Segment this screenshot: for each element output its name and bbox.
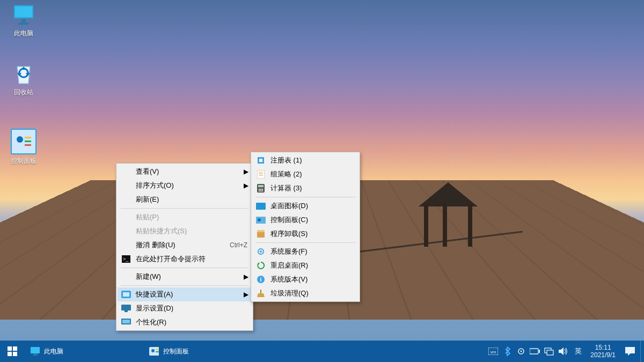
- menu-item-label: 快捷设置(A): [136, 290, 247, 299]
- svg-point-31: [260, 190, 262, 192]
- svg-rect-45: [13, 346, 17, 351]
- submenu-item-services[interactable]: 系统服务(F): [252, 245, 358, 258]
- submenu-item-restart-explorer[interactable]: 重启桌面(R): [252, 258, 358, 272]
- blank-icon: [121, 240, 131, 250]
- submenu-item-calc[interactable]: 计算器 (3): [252, 181, 358, 195]
- settings-icon: [121, 289, 131, 300]
- windows-icon: [8, 346, 17, 356]
- submenu-item-cleanup[interactable]: 垃圾清理(Q): [252, 286, 358, 300]
- tray-vm-icon[interactable]: vm: [486, 341, 500, 362]
- blank-icon: [121, 194, 131, 205]
- submenu-item-regedit[interactable]: 注册表 (1): [252, 153, 358, 167]
- menu-item-shortcut: Ctrl+Z: [230, 241, 247, 249]
- tray-bluetooth-icon[interactable]: [500, 341, 514, 362]
- tray-action-center[interactable]: 2: [620, 341, 640, 362]
- system-tray: vm 英 15:11 2021/9/1 2: [486, 341, 644, 362]
- svg-point-39: [260, 250, 262, 253]
- svg-rect-14: [123, 292, 129, 297]
- taskbar-item-this-pc[interactable]: 此电脑: [25, 341, 69, 362]
- clock-time: 15:11: [595, 344, 611, 351]
- menu-item-display-settings[interactable]: 显示设置(D): [118, 301, 252, 315]
- box-icon: [255, 228, 266, 239]
- desktop-icon-this-pc[interactable]: 此电脑: [3, 3, 44, 38]
- notification-badge: 2: [635, 353, 638, 359]
- menu-item-undo-delete[interactable]: 撤消 删除(U) Ctrl+Z: [118, 238, 252, 252]
- menu-item-personalize[interactable]: 个性化(R): [118, 315, 252, 329]
- menu-item-label: 系统服务(F): [270, 247, 354, 256]
- svg-rect-62: [547, 350, 553, 355]
- svg-rect-49: [34, 353, 37, 354]
- submenu-item-desktop-icons[interactable]: 桌面图标(D): [252, 199, 358, 213]
- tray-ime-indicator[interactable]: 英: [570, 341, 586, 362]
- svg-rect-37: [257, 230, 265, 232]
- desktop-icon-control-panel[interactable]: 控制面板: [3, 129, 44, 166]
- svg-rect-10: [25, 144, 31, 146]
- ime-label: 英: [575, 346, 582, 356]
- registry-icon: [255, 155, 266, 166]
- svg-rect-26: [258, 185, 264, 187]
- menu-item-quick-settings[interactable]: 快捷设置(A) ▶: [118, 287, 252, 301]
- menu-separator: [121, 208, 248, 209]
- svg-text:vm: vm: [491, 350, 496, 354]
- svg-rect-3: [18, 23, 29, 25]
- desktop-icon-recycle-bin[interactable]: 回收站: [3, 62, 44, 97]
- menu-item-label: 粘贴快捷方式(S): [136, 226, 247, 236]
- menu-item-label: 重启桌面(R): [270, 261, 354, 270]
- blank-icon: [121, 166, 131, 177]
- svg-rect-59: [530, 349, 538, 354]
- svg-rect-18: [122, 320, 130, 323]
- tray-network-icon[interactable]: [542, 341, 556, 362]
- tray-volume-icon[interactable]: [556, 341, 570, 362]
- taskbar-item-label: 此电脑: [44, 347, 63, 356]
- svg-rect-34: [256, 217, 266, 224]
- menu-item-view[interactable]: 查看(V) ▶: [118, 165, 252, 179]
- submenu-item-control-panel[interactable]: 控制面板(C): [252, 213, 358, 227]
- menu-item-label: 组策略 (2): [270, 169, 354, 179]
- menu-item-open-cmd[interactable]: >_ 在此处打开命令提示符: [118, 252, 252, 266]
- svg-text:>_: >_: [123, 256, 129, 262]
- menu-item-label: 撤消 删除(U): [136, 240, 230, 250]
- svg-point-28: [260, 189, 262, 190]
- desktop[interactable]: 此电脑 回收站 控制面板 查看(V) ▶ 排序方式(O) ▶ 刷新(E): [0, 0, 644, 362]
- svg-rect-36: [257, 232, 265, 238]
- menu-item-sort[interactable]: 排序方式(O) ▶: [118, 179, 252, 193]
- menu-item-label: 排序方式(O): [136, 181, 247, 190]
- menu-item-label: 在此处打开命令提示符: [136, 254, 247, 264]
- start-button[interactable]: [0, 341, 25, 362]
- show-desktop-button[interactable]: [640, 341, 644, 362]
- tray-location-icon[interactable]: [514, 341, 528, 362]
- taskbar: 此电脑 控制面板 vm 英 15:11 2021/9/1 2: [0, 341, 644, 362]
- menu-item-refresh[interactable]: 刷新(E): [118, 193, 252, 206]
- svg-rect-15: [121, 305, 131, 311]
- menu-item-label: 查看(V): [136, 167, 247, 176]
- menu-item-paste-shortcut: 粘贴快捷方式(S): [118, 224, 252, 238]
- svg-point-35: [258, 218, 261, 221]
- chevron-right-icon: ▶: [244, 273, 248, 280]
- control-panel-icon: [149, 346, 159, 356]
- tray-battery-icon[interactable]: [528, 341, 542, 362]
- submenu-item-winver[interactable]: i 系统版本(V): [252, 272, 358, 286]
- control-panel-icon: [255, 215, 266, 225]
- menu-separator: [255, 197, 355, 197]
- menu-item-label: 注册表 (1): [270, 156, 354, 165]
- desktop-icon-label: 此电脑: [3, 29, 44, 38]
- personalize-icon: [121, 317, 131, 328]
- blank-icon: [121, 180, 131, 191]
- chevron-right-icon: ▶: [244, 291, 248, 298]
- svg-text:i: i: [260, 276, 261, 283]
- submenu-item-gpedit[interactable]: 组策略 (2): [252, 167, 358, 181]
- svg-point-58: [521, 351, 522, 352]
- svg-rect-48: [31, 347, 40, 353]
- taskbar-item-control-panel[interactable]: 控制面板: [144, 341, 194, 362]
- desktop-icon-label: 回收站: [3, 88, 44, 97]
- menu-item-label: 垃圾清理(Q): [270, 289, 354, 298]
- desktop-icon: [255, 201, 266, 211]
- svg-rect-1: [15, 6, 32, 17]
- menu-item-new[interactable]: 新建(W) ▶: [118, 270, 252, 284]
- svg-rect-33: [256, 203, 266, 210]
- svg-rect-8: [25, 137, 31, 138]
- svg-rect-21: [257, 170, 265, 179]
- menu-separator: [121, 268, 248, 268]
- submenu-item-uninstall[interactable]: 程序卸载(S): [252, 227, 358, 241]
- tray-clock[interactable]: 15:11 2021/9/1: [586, 341, 620, 362]
